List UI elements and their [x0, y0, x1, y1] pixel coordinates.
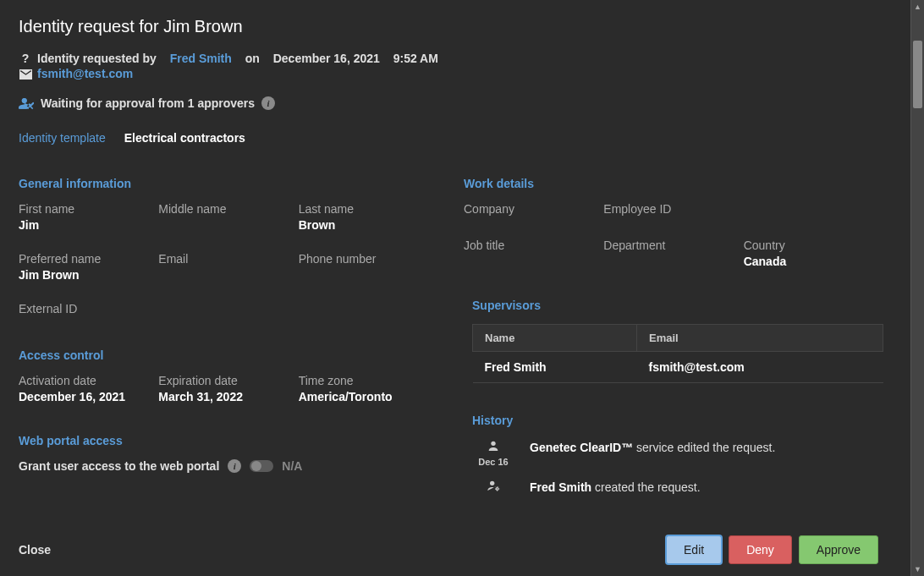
- grant-portal-label: Grant user access to the web portal: [19, 459, 219, 473]
- external-id-label: External ID: [19, 302, 438, 315]
- department-label: Department: [603, 239, 743, 252]
- country-label: Country: [744, 239, 883, 252]
- close-button[interactable]: Close: [19, 543, 51, 557]
- history-item: Dec 16 Genetec ClearID™ service edited t…: [472, 439, 883, 467]
- work-details-section: Work details Company Employee ID: [464, 177, 883, 268]
- web-portal-section: Web portal access Grant user access to t…: [19, 434, 438, 473]
- history-text: Fred Smith created the request.: [530, 479, 701, 495]
- requester-name-link[interactable]: Fred Smith: [170, 52, 232, 65]
- general-info-section: General information First name Jim Middl…: [19, 177, 438, 318]
- request-time: 9:52 AM: [393, 52, 438, 65]
- scroll-down-arrow[interactable]: ▼: [911, 562, 924, 576]
- work-details-title: Work details: [464, 177, 883, 190]
- approval-status: Waiting for approval from 1 approvers i: [19, 96, 892, 111]
- info-icon[interactable]: i: [261, 96, 275, 110]
- job-title-label: Job title: [464, 239, 603, 252]
- history-section: History Dec 16 Genetec ClearID™ service …: [464, 414, 883, 495]
- supervisor-email: fsmith@test.com: [637, 352, 883, 383]
- supervisors-table: Name Email Fred Smith fsmith@test.com: [472, 324, 883, 383]
- edit-button[interactable]: Edit: [666, 535, 722, 564]
- activation-date-value: December 16, 2021: [19, 390, 158, 403]
- svg-point-2: [491, 442, 495, 446]
- table-row: Fred Smith fsmith@test.com: [473, 352, 883, 383]
- approval-status-text: Waiting for approval from 1 approvers: [41, 96, 255, 110]
- preferred-name-label: Preferred name: [19, 252, 158, 266]
- first-name-label: First name: [19, 202, 158, 216]
- approve-button[interactable]: Approve: [799, 535, 878, 564]
- svg-point-3: [490, 481, 494, 485]
- vertical-scrollbar[interactable]: ▲ ▼: [910, 0, 924, 576]
- last-name-label: Last name: [299, 202, 438, 216]
- request-meta: ? Identity requested by Fred Smith on De…: [19, 52, 892, 82]
- timezone-value: America/Toronto: [299, 390, 438, 403]
- history-item: Fred Smith created the request.: [472, 479, 883, 495]
- table-header-email: Email: [637, 325, 883, 352]
- last-name-value: Brown: [299, 218, 438, 232]
- template-label: Identity template: [19, 131, 106, 145]
- scroll-up-arrow[interactable]: ▲: [911, 0, 924, 14]
- expiration-date-label: Expiration date: [158, 374, 298, 387]
- portal-access-toggle[interactable]: [250, 460, 273, 472]
- scrollbar-thumb[interactable]: [913, 41, 922, 108]
- table-header-name: Name: [473, 325, 637, 352]
- web-portal-title: Web portal access: [19, 434, 438, 447]
- on-label: on: [245, 52, 260, 65]
- envelope-icon: [19, 67, 32, 80]
- user-gear-icon: [486, 479, 501, 492]
- supervisors-title: Supervisors: [472, 299, 883, 312]
- user-icon: [486, 439, 501, 453]
- deny-button[interactable]: Deny: [729, 535, 792, 564]
- history-text: Genetec ClearID™ service edited the requ…: [530, 439, 775, 467]
- company-label: Company: [464, 202, 603, 216]
- history-date: Dec 16: [472, 457, 514, 467]
- email-label: Email: [158, 252, 298, 266]
- history-title: History: [472, 414, 883, 427]
- general-info-title: General information: [19, 177, 438, 190]
- supervisors-section: Supervisors Name Email Fred Smith fsmith…: [464, 299, 883, 383]
- svg-point-1: [22, 98, 27, 103]
- info-icon[interactable]: i: [228, 459, 241, 473]
- timezone-label: Time zone: [299, 374, 438, 387]
- footer: Close Edit Deny Approve: [0, 524, 897, 576]
- employee-id-label: Employee ID: [603, 202, 743, 216]
- expiration-date-value: March 31, 2022: [158, 390, 298, 403]
- portal-access-state: N/A: [282, 459, 302, 473]
- country-value: Canada: [744, 255, 883, 268]
- requester-email-link[interactable]: fsmith@test.com: [37, 67, 133, 80]
- requested-by-label: Identity requested by: [37, 52, 157, 65]
- access-control-section: Access control Activation date December …: [19, 348, 438, 403]
- request-date: December 16, 2021: [273, 52, 380, 65]
- first-name-value: Jim: [19, 218, 158, 232]
- supervisor-name: Fred Smith: [473, 352, 637, 383]
- template-value: Electrical contractors: [124, 131, 245, 145]
- user-check-icon: [19, 96, 34, 111]
- activation-date-label: Activation date: [19, 374, 158, 387]
- phone-label: Phone number: [299, 252, 438, 266]
- question-icon: ?: [19, 52, 32, 65]
- page-title: Identity request for Jim Brown: [19, 17, 892, 36]
- access-control-title: Access control: [19, 348, 438, 362]
- preferred-name-value: Jim Brown: [19, 268, 158, 282]
- middle-name-label: Middle name: [158, 202, 298, 216]
- template-tabs: Identity template Electrical contractors: [19, 131, 892, 145]
